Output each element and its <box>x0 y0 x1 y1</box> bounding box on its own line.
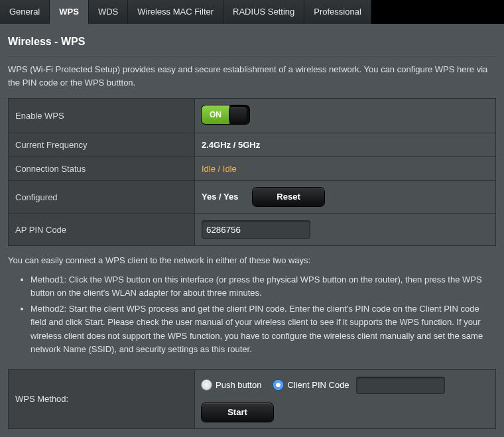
tab-radius[interactable]: RADIUS Setting <box>223 0 304 24</box>
radio-client-pin-label: Client PIN Code <box>287 380 349 390</box>
label-enable-wps: Enable WPS <box>9 99 195 133</box>
row-enable-wps: Enable WPS ON <box>9 99 496 133</box>
tab-wps[interactable]: WPS <box>50 0 89 24</box>
toggle-knob <box>229 107 247 123</box>
tab-general[interactable]: General <box>0 0 50 24</box>
row-frequency: Current Frequency 2.4GHz / 5GHz <box>9 133 496 157</box>
method-1: Method1: Click the WPS button on this in… <box>31 273 496 300</box>
tab-mac-filter[interactable]: Wireless MAC Filter <box>128 0 223 24</box>
ap-pin-input[interactable] <box>202 220 310 239</box>
tab-bar: General WPS WDS Wireless MAC Filter RADI… <box>0 0 504 24</box>
divider <box>8 56 496 56</box>
page-title: Wireless - WPS <box>0 24 504 53</box>
client-pin-input[interactable] <box>356 377 445 394</box>
label-connection-status: Connection Status <box>9 157 195 181</box>
methods-intro: You can easily connect a WPS client to t… <box>0 246 504 269</box>
enable-wps-toggle[interactable]: ON <box>202 105 249 124</box>
reset-button[interactable]: Reset <box>253 188 324 206</box>
start-button[interactable]: Start <box>202 403 273 422</box>
row-configured: Configured Yes / Yes Reset <box>9 181 496 214</box>
label-frequency: Current Frequency <box>9 133 195 157</box>
wps-settings-table: Enable WPS ON Current Frequency 2.4GHz /… <box>8 98 496 246</box>
wps-settings-page: General WPS WDS Wireless MAC Filter RADI… <box>0 0 504 437</box>
row-ap-pin: AP PIN Code <box>9 214 496 246</box>
label-wps-method: WPS Method: <box>9 369 195 428</box>
wps-method-table: WPS Method: Push button Client PIN Code … <box>8 369 496 429</box>
tab-wds[interactable]: WDS <box>89 0 128 24</box>
methods-list: Method1: Click the WPS button on this in… <box>31 273 496 356</box>
radio-client-pin[interactable] <box>273 380 283 390</box>
label-ap-pin: AP PIN Code <box>9 214 195 246</box>
label-configured: Configured <box>9 181 195 214</box>
wps-method-options: Push button Client PIN Code <box>202 377 489 394</box>
row-connection-status: Connection Status Idle / Idle <box>9 157 496 181</box>
page-description: WPS (Wi-Fi Protected Setup) provides eas… <box>0 63 504 98</box>
toggle-on-label: ON <box>202 105 229 124</box>
radio-push-button-label: Push button <box>216 380 261 390</box>
radio-push-button[interactable] <box>202 380 212 390</box>
method-2: Method2: Start the client WPS process an… <box>31 302 496 356</box>
tab-professional[interactable]: Professional <box>304 0 371 24</box>
value-frequency: 2.4GHz / 5GHz <box>195 133 496 157</box>
value-connection-status: Idle / Idle <box>202 164 237 174</box>
value-configured: Yes / Yes <box>202 192 238 202</box>
